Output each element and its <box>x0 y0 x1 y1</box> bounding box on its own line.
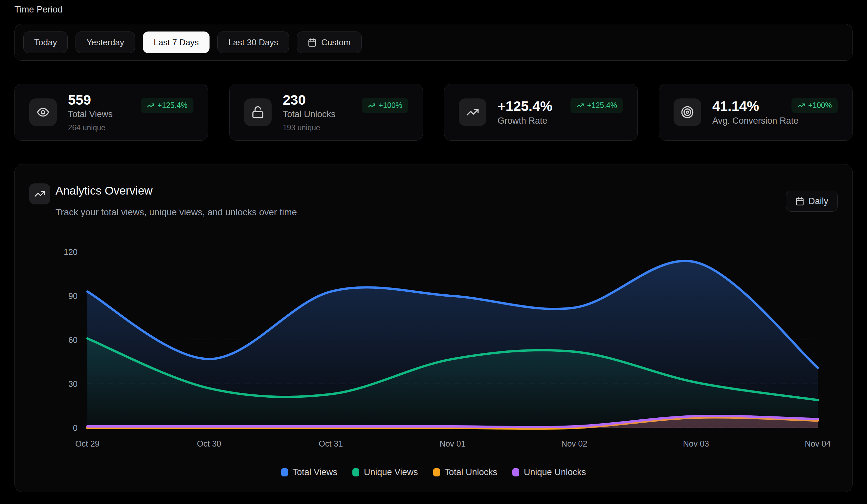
svg-text:Oct 31: Oct 31 <box>319 439 343 448</box>
legend-label: Total Unlocks <box>445 467 497 478</box>
eye-icon <box>29 98 57 126</box>
stat-sub: 264 unique <box>68 123 113 132</box>
filter-button-custom[interactable]: Custom <box>297 32 362 53</box>
svg-text:Nov 02: Nov 02 <box>561 439 587 448</box>
stat-label: Total Views <box>68 109 113 119</box>
filter-button-last-7-days[interactable]: Last 7 Days <box>143 32 210 53</box>
analytics-page: Time Period Today Yesterday Last 7 Days … <box>0 0 867 504</box>
trend-badge-value: +125.4% <box>158 101 188 110</box>
filter-button-label: Yesterday <box>86 37 124 47</box>
legend-item: Total Unlocks <box>433 465 497 479</box>
trend-badge-value: +125.4% <box>587 101 617 110</box>
filter-button-last-30-days[interactable]: Last 30 Days <box>217 32 289 53</box>
stat-value: 230 <box>283 92 336 108</box>
time-period-filter-bar: Today Yesterday Last 7 Days Last 30 Days… <box>14 24 853 61</box>
analytics-overview-card: Analytics Overview Track your total view… <box>14 164 853 492</box>
legend-item: Unique Views <box>352 465 418 479</box>
trending-up-icon <box>459 98 486 126</box>
stat-label: Avg. Conversion Rate <box>712 116 798 126</box>
legend-swatch <box>433 468 440 476</box>
svg-text:120: 120 <box>64 248 77 256</box>
filter-button-today[interactable]: Today <box>23 32 68 53</box>
chart-legend: Total ViewsUnique ViewsTotal UnlocksUniq… <box>15 465 852 479</box>
stats-row: 559 Total Views 264 unique +125.4% 230 T… <box>14 84 853 141</box>
svg-text:Nov 03: Nov 03 <box>683 439 709 448</box>
trending-up-icon <box>576 102 584 109</box>
analytics-area-chart: 0306090120Oct 29Oct 30Oct 31Nov 01Nov 02… <box>15 164 853 492</box>
trend-badge-value: +100% <box>808 101 832 110</box>
filter-button-label: Custom <box>321 37 351 47</box>
stat-label: Total Unlocks <box>283 109 336 119</box>
stat-card-total-views: 559 Total Views 264 unique +125.4% <box>14 84 208 141</box>
svg-text:90: 90 <box>68 292 77 300</box>
trend-badge: +100% <box>362 98 408 113</box>
target-icon <box>674 98 701 126</box>
stat-sub: 193 unique <box>283 123 336 132</box>
filter-button-label: Last 7 Days <box>154 37 199 47</box>
filter-button-label: Today <box>34 37 57 47</box>
filter-button-label: Last 30 Days <box>228 37 278 47</box>
time-period-label: Time Period <box>14 4 853 15</box>
trend-badge: +125.4% <box>570 98 623 113</box>
legend-swatch <box>512 468 519 476</box>
stat-value: 41.14% <box>712 98 798 114</box>
legend-label: Total Views <box>292 467 337 478</box>
svg-text:Oct 29: Oct 29 <box>75 439 99 448</box>
svg-text:30: 30 <box>68 379 77 388</box>
stat-card-conversion-rate: 41.14% Avg. Conversion Rate +100% <box>659 84 853 141</box>
trending-up-icon <box>368 102 375 109</box>
legend-swatch <box>281 468 288 476</box>
unlock-icon <box>244 98 271 126</box>
legend-swatch <box>352 468 359 476</box>
legend-label: Unique Unlocks <box>524 467 586 478</box>
trending-up-icon <box>147 102 154 109</box>
legend-item: Unique Unlocks <box>512 465 586 479</box>
svg-text:Nov 01: Nov 01 <box>439 439 465 448</box>
trend-badge: +125.4% <box>141 98 193 113</box>
stat-card-growth-rate: +125.4% Growth Rate +125.4% <box>444 84 638 141</box>
filter-button-yesterday[interactable]: Yesterday <box>76 32 135 53</box>
trending-up-icon <box>798 102 805 109</box>
trend-badge-value: +100% <box>379 101 402 110</box>
stat-label: Growth Rate <box>497 116 553 126</box>
trend-badge: +100% <box>791 98 838 113</box>
stat-card-total-unlocks: 230 Total Unlocks 193 unique +100% <box>229 84 423 141</box>
svg-text:Nov 04: Nov 04 <box>805 439 831 448</box>
svg-text:0: 0 <box>73 423 77 432</box>
calendar-icon <box>308 38 317 47</box>
stat-value: 559 <box>68 92 113 108</box>
stat-value: +125.4% <box>497 98 553 114</box>
svg-text:Oct 30: Oct 30 <box>197 439 221 448</box>
legend-label: Unique Views <box>364 467 418 478</box>
svg-text:60: 60 <box>68 335 77 344</box>
legend-item: Total Views <box>281 465 337 479</box>
